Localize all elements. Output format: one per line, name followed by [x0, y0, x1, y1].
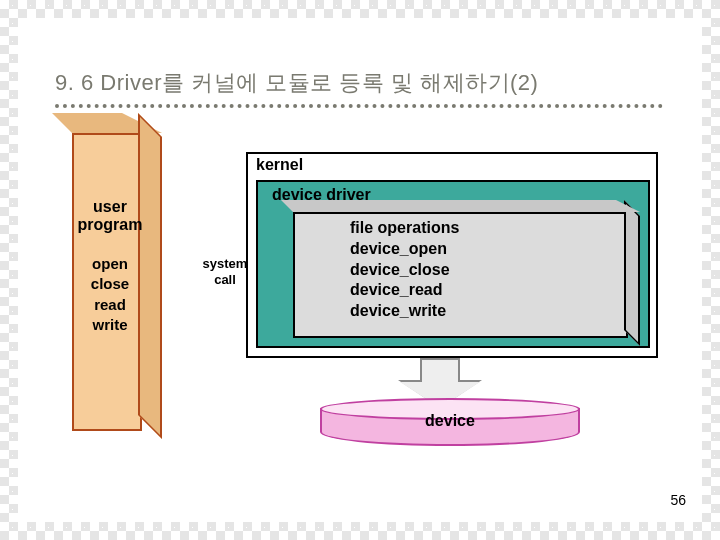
- file-operations-box: [293, 212, 628, 338]
- device-label: device: [320, 412, 580, 430]
- slide-title: 9. 6 Driver를 커널에 모듈로 등록 및 해제하기(2): [55, 68, 663, 108]
- page-number: 56: [670, 492, 686, 508]
- user-program-text: userprogram openclosereadwrite: [60, 198, 160, 335]
- file-operations-text: file operationsdevice_opendevice_closede…: [350, 218, 459, 322]
- user-program-heading: userprogram: [60, 198, 160, 234]
- kernel-label: kernel: [256, 156, 303, 174]
- user-program-ops: openclosereadwrite: [60, 254, 160, 335]
